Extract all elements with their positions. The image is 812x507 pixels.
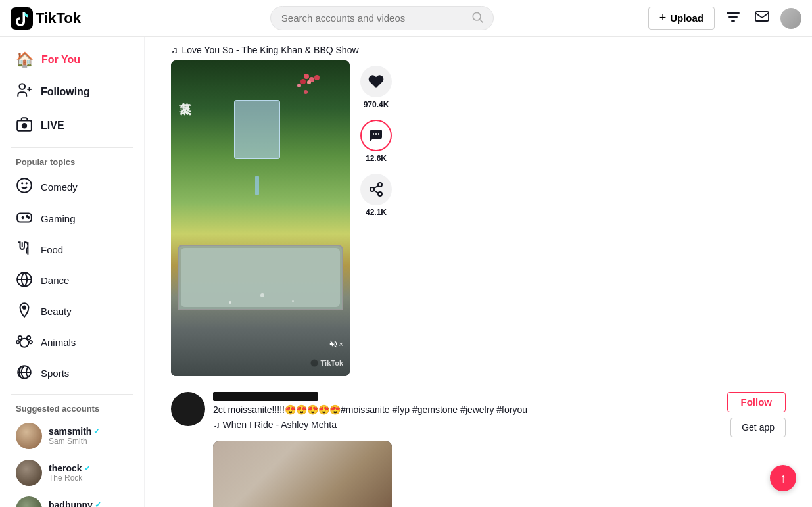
comment-circle [360, 120, 392, 151]
svg-point-26 [375, 133, 377, 135]
sidebar-item-live[interactable]: LIVE [0, 109, 144, 142]
svg-point-30 [378, 192, 382, 196]
search-input[interactable] [281, 12, 458, 24]
dance-icon [16, 271, 33, 290]
mute-icon [329, 339, 338, 349]
avatar[interactable] [780, 8, 801, 29]
logo-text: TikTok [36, 10, 81, 27]
inbox-button[interactable] [752, 7, 773, 30]
second-video-music: ♫ When I Ride - Ashley Mehta [213, 420, 719, 430]
badbunny-name: badbunny ✓ [49, 500, 101, 507]
sidebar-divider-2 [11, 394, 133, 395]
topic-animals[interactable]: Animals [0, 327, 144, 358]
search-button[interactable] [469, 9, 485, 27]
second-video-section: 2ct moissanite!!!!!😍😍😍😍😍#moissanite #fyp… [171, 392, 786, 507]
therock-info: therock ✓ The Rock [49, 463, 91, 483]
sports-icon [16, 364, 33, 383]
main-layout: 🏠 For You Following LIVE Popular topics [0, 37, 812, 507]
comment-count: 12.6K [366, 154, 387, 163]
comment-button[interactable]: 12.6K [360, 120, 392, 163]
for-you-label: For You [41, 54, 80, 66]
share-button[interactable]: 42.1K [360, 174, 392, 217]
samsmith-info: samsmith ✓ Sam Smith [49, 426, 100, 446]
search-bar [116, 6, 648, 30]
badbunny-verified-icon: ✓ [95, 500, 101, 507]
therock-verified-icon: ✓ [84, 464, 91, 473]
topic-sports[interactable]: Sports [0, 358, 144, 389]
sidebar-item-for-you[interactable]: 🏠 For You [0, 45, 144, 75]
mute-indicator[interactable]: × [329, 339, 343, 349]
search-icon [471, 11, 484, 24]
follow-button[interactable]: Follow [727, 392, 786, 412]
live-label: LIVE [41, 120, 64, 132]
samsmith-verified-icon: ✓ [93, 427, 100, 436]
topic-food[interactable]: Food [0, 234, 144, 265]
sports-label: Sports [41, 368, 69, 379]
home-icon: 🏠 [16, 51, 34, 68]
svg-point-3 [19, 84, 25, 89]
person-add-icon [16, 82, 33, 99]
share-count: 42.1K [366, 208, 387, 217]
svg-rect-0 [11, 7, 33, 30]
account-item-therock[interactable]: therock ✓ The Rock [0, 454, 144, 491]
svg-point-8 [17, 178, 32, 193]
svg-point-15 [28, 217, 29, 218]
badbunny-info: badbunny ✓ Bad Bunny [49, 500, 101, 507]
svg-point-17 [23, 306, 26, 309]
samsmith-display: Sam Smith [49, 437, 100, 446]
action-buttons: 970.4K 12.6K [360, 60, 392, 217]
main-content: ♫ Love You So - The King Khan & BBQ Show [145, 37, 812, 507]
svg-point-25 [373, 133, 374, 135]
account-item-samsmith[interactable]: samsmith ✓ Sam Smith [0, 418, 144, 454]
samsmith-avatar [16, 423, 42, 449]
music-note-icon-2: ♫ [213, 420, 220, 430]
sidebar-item-following[interactable]: Following [0, 75, 144, 109]
header: TikTok + Upload [0, 0, 812, 37]
music-note-icon-1: ♫ [171, 45, 178, 55]
song-title-1: Love You So - The King Khan & BBQ Show [182, 45, 359, 55]
beauty-label: Beauty [41, 306, 72, 317]
svg-line-31 [374, 191, 379, 193]
second-video-thumb[interactable] [213, 441, 392, 507]
topic-gaming[interactable]: Gaming [0, 203, 144, 234]
svg-point-27 [378, 133, 379, 135]
samsmith-name: samsmith ✓ [49, 426, 100, 437]
following-label: Following [41, 86, 90, 98]
comment-icon [368, 128, 384, 143]
filter-icon-button[interactable] [723, 7, 744, 30]
badbunny-avatar [16, 496, 42, 507]
upload-plus-icon: + [659, 11, 667, 25]
header-right: + Upload [648, 7, 801, 30]
therock-display: The Rock [49, 473, 91, 483]
first-video-thumb[interactable]: 复蒸 × TikTok [171, 60, 350, 376]
svg-point-24 [310, 360, 318, 367]
topic-beauty[interactable]: Beauty [0, 296, 144, 327]
topic-dance[interactable]: Dance [0, 265, 144, 296]
like-count: 970.4K [364, 100, 389, 109]
svg-point-29 [370, 187, 374, 191]
svg-point-28 [378, 183, 382, 187]
get-app-button[interactable]: Get app [730, 418, 786, 437]
sidebar: 🏠 For You Following LIVE Popular topics [0, 37, 145, 507]
account-item-badbunny[interactable]: badbunny ✓ Bad Bunny [0, 491, 144, 507]
live-tv-icon [16, 116, 33, 133]
upload-button[interactable]: + Upload [648, 7, 715, 30]
filter-icon [725, 9, 741, 25]
logo-area[interactable]: TikTok [11, 7, 116, 30]
therock-avatar [16, 460, 42, 486]
popular-topics-title: Popular topics [0, 153, 144, 171]
scroll-to-top-button[interactable]: ↑ [770, 465, 796, 491]
second-video-description: 2ct moissanite!!!!!😍😍😍😍😍#moissanite #fyp… [213, 392, 719, 430]
live-icon [16, 116, 33, 135]
search-input-wrap [270, 6, 494, 30]
following-icon [16, 82, 33, 103]
tiktok-logo-icon [11, 7, 33, 30]
first-video-section: ♫ Love You So - The King Khan & BBQ Show [171, 42, 786, 376]
like-button[interactable]: 970.4K [360, 66, 392, 109]
topic-comedy[interactable]: Comedy [0, 171, 144, 203]
upload-label: Upload [670, 12, 704, 24]
second-author-avatar[interactable] [171, 392, 205, 426]
like-circle [360, 66, 392, 97]
therock-name: therock ✓ [49, 463, 91, 473]
scroll-top-icon: ↑ [780, 471, 786, 486]
